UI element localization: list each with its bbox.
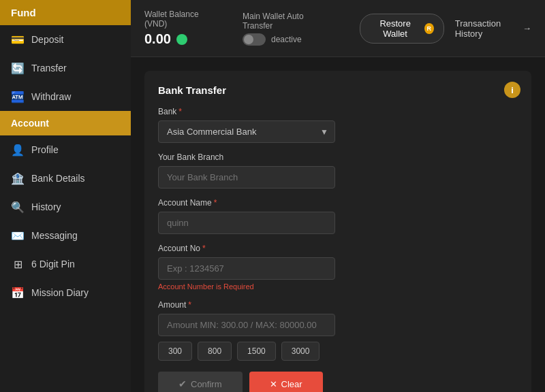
content-area: Bank Transfer i Bank * Asia Commercial B…: [131, 57, 545, 392]
wallet-balance-value: 0.00: [144, 31, 215, 47]
main-content: Wallet Balance (VND) 0.00 Main Wallet Au…: [131, 0, 545, 392]
quick-amount-3000[interactable]: 3000: [281, 342, 320, 361]
amount-input[interactable]: [158, 314, 335, 336]
quick-amount-300[interactable]: 300: [158, 342, 192, 361]
amount-group: Amount * 300 800 1500 3000: [158, 300, 518, 361]
auto-transfer-toggle[interactable]: [243, 33, 266, 46]
balance-amount: 0.00: [144, 31, 171, 47]
branch-input[interactable]: [158, 166, 335, 189]
restore-label: Restore Wallet: [370, 18, 420, 39]
bank-select-wrapper: Asia Commercial Bank Commercial Bank ▼: [158, 120, 335, 143]
sidebar-item-messaging[interactable]: ✉️ Messaging: [0, 221, 131, 250]
deactive-label: deactive: [271, 35, 302, 44]
sidebar-item-history[interactable]: 🔍 History: [0, 193, 131, 221]
confirm-button[interactable]: ✔ Confirm: [158, 372, 243, 392]
clear-icon: ✕: [270, 379, 277, 389]
sidebar-account-header: Account: [0, 111, 131, 135]
clear-label: Clear: [281, 379, 302, 389]
sidebar-item-label: Messaging: [31, 230, 78, 241]
withdraw-icon: 🏧: [11, 90, 25, 103]
quick-amounts: 300 800 1500 3000: [158, 342, 518, 361]
sidebar: Fund 💳 Deposit 🔄 Transfer 🏧 Withdraw Acc…: [0, 0, 131, 392]
sidebar-item-profile[interactable]: 👤 Profile: [0, 135, 131, 164]
sidebar-item-bank-details[interactable]: 🏦 Bank Details: [0, 164, 131, 193]
sidebar-item-label: History: [31, 201, 61, 212]
confirm-label: Confirm: [191, 379, 222, 389]
toggle-row: deactive: [243, 33, 326, 46]
account-no-group: Account No * Account Number is Required: [158, 244, 518, 291]
bank-select[interactable]: Asia Commercial Bank Commercial Bank: [158, 120, 335, 143]
sidebar-item-label: Withdraw: [31, 91, 71, 102]
confirm-icon: ✔: [178, 378, 187, 389]
wallet-balance-section: Wallet Balance (VND) 0.00: [144, 10, 215, 47]
account-no-label: Account No *: [158, 244, 518, 253]
sidebar-item-label: Profile: [31, 144, 59, 155]
sidebar-item-label: Transfer: [31, 63, 67, 74]
sidebar-item-mission-diary[interactable]: 📅 Mission Diary: [0, 278, 131, 307]
bank-group: Bank * Asia Commercial Bank Commercial B…: [158, 107, 518, 143]
arrow-icon: →: [523, 23, 531, 33]
auto-transfer-label: Main Wallet Auto Transfer: [243, 12, 326, 31]
sidebar-item-6digit-pin[interactable]: ⊞ 6 Digit Pin: [0, 250, 131, 278]
required-indicator2: *: [214, 198, 217, 208]
account-no-input[interactable]: [158, 257, 335, 280]
transaction-history-link[interactable]: Transaction History →: [455, 18, 531, 39]
auto-transfer-section: Main Wallet Auto Transfer deactive: [243, 12, 326, 46]
account-name-input[interactable]: [158, 212, 335, 234]
sidebar-item-withdraw[interactable]: 🏧 Withdraw: [0, 82, 131, 111]
transfer-icon: 🔄: [11, 61, 25, 75]
sidebar-item-transfer[interactable]: 🔄 Transfer: [0, 54, 131, 82]
fund-label: Fund: [11, 7, 36, 18]
quick-amount-800[interactable]: 800: [198, 342, 232, 361]
coin-icon: R: [424, 23, 434, 34]
tx-history-label: Transaction History: [455, 18, 520, 39]
action-buttons: ✔ Confirm ✕ Clear: [158, 372, 518, 392]
restore-wallet-button[interactable]: Restore Wallet R: [360, 14, 443, 44]
wallet-balance-label: Wallet Balance (VND): [144, 10, 215, 29]
wallet-actions: Restore Wallet R Transaction History →: [360, 14, 531, 44]
bank-details-icon: 🏦: [11, 172, 25, 185]
branch-group: Your Bank Branch: [158, 152, 518, 189]
branch-label: Your Bank Branch: [158, 152, 518, 162]
profile-icon: 👤: [11, 143, 25, 157]
diary-icon: 📅: [11, 286, 25, 299]
amount-label: Amount *: [158, 300, 518, 310]
sidebar-item-label: Mission Diary: [31, 287, 89, 298]
account-name-group: Account Name *: [158, 198, 518, 234]
sidebar-fund[interactable]: Fund: [0, 0, 131, 25]
sidebar-item-label: Bank Details: [31, 173, 85, 184]
required-indicator4: *: [188, 300, 191, 310]
wallet-bar: Wallet Balance (VND) 0.00 Main Wallet Au…: [131, 0, 545, 57]
bank-label: Bank *: [158, 107, 518, 116]
deposit-icon: 💳: [11, 33, 25, 46]
account-label: Account: [11, 118, 49, 129]
quick-amount-1500[interactable]: 1500: [237, 342, 276, 361]
bank-transfer-title: Bank Transfer: [158, 84, 518, 96]
required-indicator: *: [178, 107, 182, 116]
history-icon: 🔍: [11, 200, 25, 214]
account-no-error: Account Number is Required: [158, 282, 518, 291]
required-indicator3: *: [202, 244, 206, 253]
bank-transfer-card: Bank Transfer i Bank * Asia Commercial B…: [144, 71, 531, 392]
pin-icon: ⊞: [11, 257, 25, 271]
account-name-label: Account Name *: [158, 198, 518, 208]
info-icon[interactable]: i: [504, 82, 520, 98]
active-indicator: [176, 34, 187, 45]
messaging-icon: ✉️: [11, 229, 25, 242]
sidebar-item-deposit[interactable]: 💳 Deposit: [0, 25, 131, 54]
sidebar-item-label: 6 Digit Pin: [31, 259, 75, 270]
sidebar-item-label: Deposit: [31, 34, 63, 45]
clear-button[interactable]: ✕ Clear: [249, 372, 323, 392]
toggle-knob: [244, 35, 253, 44]
